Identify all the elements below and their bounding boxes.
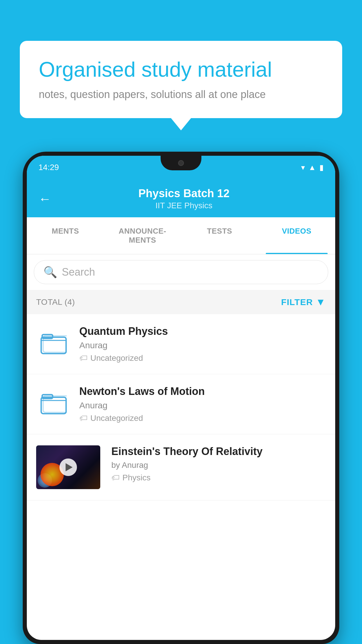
tag-label: Uncategorized (90, 354, 143, 363)
folder-thumbnail (36, 325, 71, 360)
back-button[interactable]: ← (38, 192, 51, 206)
list-item[interactable]: Einstein's Theory Of Relativity by Anura… (27, 434, 335, 501)
video-title: Einstein's Theory Of Relativity (111, 445, 326, 458)
speech-bubble-heading: Organised study material (39, 57, 323, 82)
video-list: Quantum Physics Anurag 🏷 Uncategorized (27, 314, 335, 501)
tag-icon: 🏷 (79, 353, 87, 363)
video-tag: 🏷 Uncategorized (79, 353, 326, 363)
video-author: Anurag (79, 400, 326, 410)
wifi-icon: ▾ (301, 163, 305, 172)
play-button[interactable] (59, 459, 77, 476)
speech-bubble-container: Organised study material notes, question… (20, 41, 342, 118)
tag-label: Uncategorized (90, 414, 143, 423)
speech-bubble-subtext: notes, question papers, solutions all at… (39, 88, 323, 101)
tab-tests[interactable]: TESTS (181, 217, 258, 254)
tabs-bar: MENTS ANNOUNCE-MENTS TESTS VIDEOS (27, 217, 335, 254)
folder-thumbnail (36, 385, 71, 420)
video-thumbnail (36, 445, 100, 489)
header-title-area: Physics Batch 12 IIT JEE Physics (57, 187, 324, 210)
list-item[interactable]: Newton's Laws of Motion Anurag 🏷 Uncateg… (27, 374, 335, 434)
video-author: Anurag (79, 340, 326, 350)
folder-icon (41, 390, 67, 416)
video-title: Quantum Physics (79, 325, 326, 337)
phone-frame: 14:29 ▾ ▲ ▮ ← Physics Batch 12 IIT JEE P… (23, 152, 339, 644)
list-item[interactable]: Quantum Physics Anurag 🏷 Uncategorized (27, 314, 335, 374)
status-icons: ▾ ▲ ▮ (301, 163, 324, 172)
video-info: Newton's Laws of Motion Anurag 🏷 Uncateg… (79, 385, 326, 423)
camera-dot (178, 160, 184, 166)
speech-bubble: Organised study material notes, question… (20, 41, 342, 118)
search-bar-container: 🔍 Search (27, 254, 335, 290)
status-bar: 14:29 ▾ ▲ ▮ (27, 156, 335, 179)
battery-icon: ▮ (319, 163, 324, 172)
tag-label: Physics (122, 473, 150, 482)
filter-bar: TOTAL (4) FILTER ▼ (27, 290, 335, 314)
phone-screen: 14:29 ▾ ▲ ▮ ← Physics Batch 12 IIT JEE P… (27, 156, 335, 640)
video-author: by Anurag (111, 461, 326, 470)
video-title: Newton's Laws of Motion (79, 385, 326, 398)
tag-icon: 🏷 (111, 473, 120, 482)
search-placeholder: Search (62, 266, 95, 278)
play-icon (66, 463, 73, 471)
tab-ments[interactable]: MENTS (27, 217, 104, 254)
signal-icon: ▲ (308, 163, 316, 172)
svg-rect-3 (41, 397, 66, 414)
batch-name: Physics Batch 12 (57, 187, 311, 200)
app-header: ← Physics Batch 12 IIT JEE Physics (27, 179, 335, 217)
video-info: Einstein's Theory Of Relativity by Anura… (108, 445, 326, 482)
video-tag: 🏷 Uncategorized (79, 413, 326, 423)
search-icon: 🔍 (43, 266, 57, 279)
filter-label: FILTER (281, 297, 313, 307)
total-count: TOTAL (4) (36, 298, 75, 307)
video-info: Quantum Physics Anurag 🏷 Uncategorized (79, 325, 326, 363)
tag-icon: 🏷 (79, 413, 87, 423)
video-tag: 🏷 Physics (111, 473, 326, 482)
search-bar[interactable]: 🔍 Search (34, 260, 328, 284)
svg-rect-0 (41, 337, 66, 354)
status-time: 14:29 (38, 163, 59, 172)
tab-videos[interactable]: VIDEOS (258, 217, 335, 254)
folder-icon (41, 330, 67, 356)
phone-notch (161, 156, 201, 170)
batch-tags: IIT JEE Physics (57, 201, 311, 210)
filter-button[interactable]: FILTER ▼ (281, 296, 326, 308)
tab-announcements[interactable]: ANNOUNCE-MENTS (104, 217, 181, 254)
filter-icon: ▼ (316, 296, 326, 308)
